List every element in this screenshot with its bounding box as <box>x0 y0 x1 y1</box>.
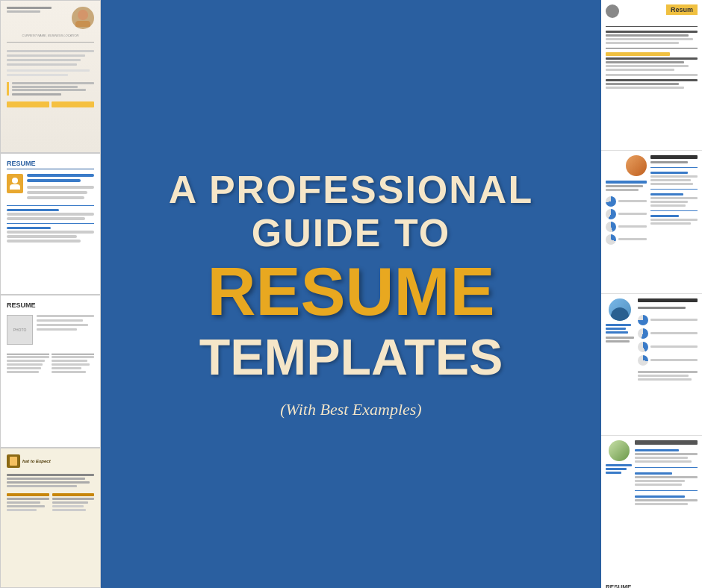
rc1-footer-buttons <box>7 101 94 107</box>
right-resume-card-5: RESUME <box>601 579 702 588</box>
rc4-lines <box>7 474 94 487</box>
rc4-title-text: hat to Expect <box>22 459 51 463</box>
rc1-quote-block <box>7 82 94 96</box>
coffee-icon <box>7 454 20 468</box>
rrc4-lines-group <box>635 449 698 463</box>
rrc2-left-col <box>606 155 647 289</box>
left-resume-card-2: RESUME <box>0 153 101 295</box>
rrc4-person-avatar <box>609 440 630 461</box>
right-sidebar: Resum <box>601 0 702 588</box>
right-resume-card-3 <box>601 294 702 436</box>
rrc2-left-lines <box>606 181 647 191</box>
rc1-text-block <box>7 50 94 76</box>
rc1-location-text: CURRENT NAME, BUSINESS LOCATION <box>7 34 94 37</box>
rrc3-bottom-lines <box>638 371 698 381</box>
rrc3-skill-bars-left <box>606 324 634 343</box>
right-resume-card-2 <box>601 151 702 294</box>
title-resume-word: RESUME <box>207 258 494 325</box>
rc2-body <box>7 174 94 199</box>
rc3-title-text: RESUME <box>7 301 94 309</box>
rrc1-person-area <box>606 4 619 19</box>
rc3-info-lines <box>37 315 94 348</box>
rrc1-content-lines <box>606 24 698 89</box>
rrc2-pie-group <box>606 196 647 245</box>
title-line2: GUIDE TO <box>252 212 450 254</box>
rrc3-right-col <box>638 298 698 431</box>
rc4-header: hat to Expect <box>7 454 94 468</box>
left-resume-card-1: CURRENT NAME, BUSINESS LOCATION <box>0 0 101 153</box>
right-resume-card-1: Resum <box>601 0 702 151</box>
rrc4-left-col <box>606 440 632 575</box>
rrc1-title-text: Resum <box>666 4 698 15</box>
title-line1: A PROFESSIONAL <box>169 169 533 211</box>
rrc4-skill-dots <box>606 464 632 474</box>
rc1-profile-photo <box>72 7 94 29</box>
title-templates-word: TEMPLATES <box>199 329 503 385</box>
left-sidebar: CURRENT NAME, BUSINESS LOCATION <box>0 0 101 588</box>
rrc3-person-avatar <box>609 298 631 321</box>
rc2-section-lines <box>7 205 94 243</box>
rrc4-right-col <box>635 440 698 575</box>
rc4-two-topics <box>7 493 94 511</box>
rc2-person-icon <box>7 174 23 193</box>
rrc5-title-text: RESUME <box>606 584 698 588</box>
rrc3-pie-group <box>638 315 698 366</box>
rrc2-right-col <box>650 155 698 289</box>
rc3-photo-area: PHOTO <box>7 315 33 345</box>
rc2-title-text: RESUME <box>7 160 94 169</box>
subtitle-text: (With Best Examples) <box>280 400 421 419</box>
rc3-content: PHOTO <box>7 315 94 348</box>
rrc2-person-avatar <box>626 155 647 176</box>
rc3-two-col <box>7 354 94 373</box>
left-resume-card-3: RESUME PHOTO <box>0 295 101 448</box>
center-panel: A PROFESSIONAL GUIDE TO RESUME TEMPLATES… <box>101 0 601 588</box>
rrc1-header-row: Resum <box>606 4 698 19</box>
rc2-info-lines <box>27 174 94 199</box>
rrc3-left-col <box>606 298 634 431</box>
main-container: CURRENT NAME, BUSINESS LOCATION <box>0 0 702 588</box>
right-resume-card-4 <box>601 436 702 579</box>
left-resume-card-4: hat to Expect <box>0 448 101 588</box>
rc1-name-block <box>7 7 52 13</box>
rc1-header <box>7 7 94 29</box>
